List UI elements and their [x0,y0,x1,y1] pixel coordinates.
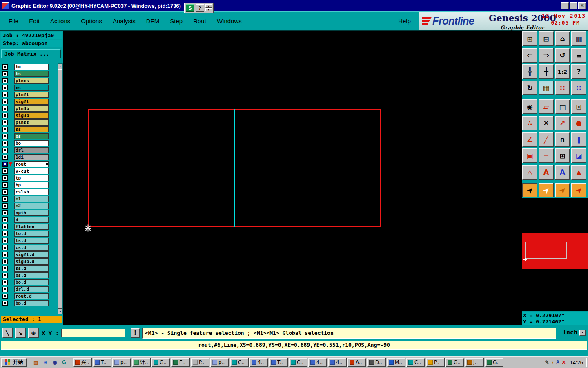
taskbar-button-22[interactable]: G.. [485,358,503,367]
layer-name-pln3b[interactable]: pln3b [14,105,49,112]
taskbar-button-17[interactable]: M.. [387,358,405,367]
layer-name-drl[interactable]: drl [14,147,49,153]
taskbar-button-4[interactable]: 计.. [132,358,151,367]
layer-name-rout.d[interactable]: rout.d [14,293,49,299]
triangle-outline-button[interactable]: △ [522,165,537,180]
taskbar-button-8[interactable]: p.. [210,358,229,367]
genesis-app-button[interactable]: G [60,358,68,366]
snap-points-button[interactable]: ∷ [555,81,570,95]
layer-visibility-checkbox[interactable] [2,127,8,132]
layer-visibility-checkbox[interactable] [2,92,8,97]
pair-points-button[interactable]: ∴ [522,116,537,130]
layer-visibility-checkbox[interactable] [2,245,8,250]
layer-visibility-checkbox[interactable] [2,238,8,243]
line-mode-button[interactable]: ╲ [2,328,13,338]
taskbar-button-13[interactable]: 4.. [308,358,327,367]
split-view-button[interactable]: ▥ [571,31,586,46]
units-toggle-icon[interactable]: ▼ [579,330,586,336]
taskbar-button-3[interactable]: p.. [112,358,131,367]
snap-arrow-button[interactable]: ↘ [15,328,26,338]
arc-tool-button[interactable]: ∩ [555,132,570,147]
taskbar-button-10[interactable]: 4.. [249,358,268,367]
layer-visibility-checkbox[interactable] [2,78,8,83]
layer-visibility-checkbox[interactable] [2,64,8,70]
layer-name-d[interactable]: d [14,217,49,223]
layer-visibility-checkbox[interactable] [2,113,8,118]
layer-visibility-checkbox[interactable] [2,259,8,264]
layer-visibility-checkbox[interactable] [2,175,8,181]
minimize-button[interactable]: _ [561,2,569,9]
layer-visibility-checkbox[interactable] [2,301,8,306]
profile-select-button[interactable]: ▱ [539,99,554,114]
angle-measure-button[interactable]: ∠ [522,132,537,147]
taskbar-button-21[interactable]: J.. [465,358,484,367]
layer-name-plncs[interactable]: plncs [14,78,49,84]
menu-step[interactable]: Step [165,18,188,25]
taskbar-button-11[interactable]: T.. [269,358,288,367]
scroll-up-icon[interactable]: ▲ [58,64,62,69]
layer-name-cs[interactable]: cs [14,85,49,91]
scroll-down-icon[interactable]: ▼ [58,309,62,314]
layer-visibility-checkbox[interactable] [2,224,8,229]
layer-visibility-checkbox[interactable] [2,280,8,285]
menu-rout[interactable]: Rout [188,18,212,25]
mini-help-button[interactable]: ? [196,4,204,12]
layer-name-tp[interactable]: tp [14,175,49,181]
dimension-box-button[interactable]: ⊞ [555,148,570,163]
menu-analysis[interactable]: Analysis [107,18,141,25]
layer-visibility-checkbox[interactable] [2,210,8,215]
layer-name-drl.d[interactable]: drl.d [14,286,49,292]
help-tool-button[interactable]: ? [571,64,586,79]
layer-name-bs.d[interactable]: bs.d [14,272,49,278]
layer-visibility-checkbox[interactable] [2,120,8,125]
taskbar-button-16[interactable]: D.. [367,358,386,367]
layer-visibility-checkbox[interactable] [2,287,8,292]
browser-button[interactable]: e [41,358,49,366]
layer-name-m1[interactable]: m1 [14,196,49,202]
taskbar-button-9[interactable]: C.. [230,358,249,367]
layer-visibility-checkbox[interactable] [2,196,8,202]
menu-actions[interactable]: Actions [45,18,76,25]
paste-view-button[interactable]: ⊟ [539,31,554,46]
grid-origin-button[interactable]: ⊕ [28,328,39,338]
layer-visibility-checkbox[interactable] [2,155,8,160]
layer-name-to.d[interactable]: to.d [14,231,49,237]
redraw-button[interactable]: ↻ [522,81,537,95]
center-point-button[interactable]: ◉ [522,99,537,114]
layer-visibility-checkbox[interactable] [2,189,8,195]
layer-name-bp[interactable]: bp [14,182,49,188]
layer-visibility-checkbox[interactable] [2,148,8,153]
line-slope-button[interactable]: ╱ [539,132,554,147]
brush-tray-icon[interactable]: ◗ [551,360,554,365]
menu-dfm[interactable]: DFM [141,18,165,25]
snap-grid-button[interactable]: ∷ [571,81,586,95]
zoom-fit-button[interactable]: ╬ [522,64,537,79]
layer-visibility-checkbox[interactable] [2,106,8,111]
scrollbar-thumb[interactable] [58,69,62,309]
taskbar-button-14[interactable]: 4.. [328,358,347,367]
layer-visibility-checkbox[interactable] [2,294,8,299]
layer-visibility-checkbox[interactable] [2,266,8,271]
xy-input[interactable] [61,329,125,337]
spin-down-icon[interactable]: ▼ [205,8,212,11]
taskbar-button-5[interactable]: G.. [151,358,170,367]
taskbar-button-2[interactable]: T.. [93,358,111,367]
taskbar-button-6[interactable]: E.. [171,358,190,367]
copy-view-button[interactable]: ⊞ [522,31,537,46]
maximize-button[interactable]: □ [570,2,577,9]
ruler-button[interactable]: ▤ [555,99,570,114]
menu-help[interactable]: Help [394,12,415,30]
zoom-previous-button[interactable]: ↺ [555,48,570,63]
taskbar-button-15[interactable]: A.. [347,358,366,367]
layer-name-ts[interactable]: ts [14,71,49,77]
job-matrix-button[interactable]: Job Matrix ... [1,49,61,58]
menu-file[interactable]: File [3,18,24,25]
layer-name-ss[interactable]: ss [14,126,49,132]
layer-name-flatten[interactable]: flatten [14,224,49,230]
spin-up-icon[interactable]: ▲ [205,4,212,8]
taskbar-button-19[interactable]: P.. [426,358,445,367]
layer-name-v-cut[interactable]: v-cut [14,168,49,174]
select-special-button[interactable]: ➤ [571,183,586,197]
delete-point-button[interactable]: ✕ [539,116,554,130]
text-a-red-button[interactable]: A [539,165,554,180]
